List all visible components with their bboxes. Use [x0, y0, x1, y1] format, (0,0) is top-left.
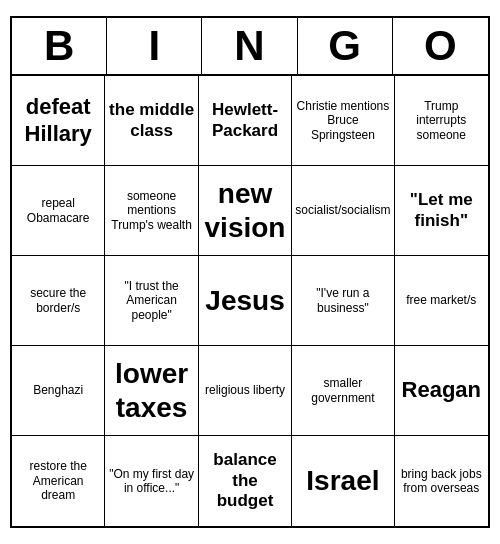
bingo-header: B I N G O: [12, 18, 488, 76]
header-b: B: [12, 18, 107, 74]
bingo-cell-22[interactable]: balance the budget: [199, 436, 292, 526]
header-n: N: [202, 18, 297, 74]
bingo-cell-19[interactable]: Reagan: [395, 346, 488, 436]
bingo-cell-13[interactable]: "I've run a business": [292, 256, 394, 346]
bingo-cell-15[interactable]: Benghazi: [12, 346, 105, 436]
bingo-cell-7[interactable]: new vision: [199, 166, 292, 256]
bingo-cell-6[interactable]: someone mentions Trump's wealth: [105, 166, 198, 256]
bingo-card: B I N G O defeat Hillarythe middle class…: [10, 16, 490, 528]
bingo-cell-10[interactable]: secure the border/s: [12, 256, 105, 346]
bingo-cell-3[interactable]: Christie mentions Bruce Springsteen: [292, 76, 394, 166]
bingo-cell-20[interactable]: restore the American dream: [12, 436, 105, 526]
header-o: O: [393, 18, 488, 74]
header-i: I: [107, 18, 202, 74]
bingo-cell-5[interactable]: repeal Obamacare: [12, 166, 105, 256]
bingo-cell-8[interactable]: socialist/socialism: [292, 166, 394, 256]
header-g: G: [298, 18, 393, 74]
bingo-cell-16[interactable]: lower taxes: [105, 346, 198, 436]
bingo-cell-21[interactable]: "On my first day in office...": [105, 436, 198, 526]
bingo-cell-18[interactable]: smaller government: [292, 346, 394, 436]
bingo-cell-2[interactable]: Hewlett-Packard: [199, 76, 292, 166]
bingo-cell-14[interactable]: free market/s: [395, 256, 488, 346]
bingo-cell-1[interactable]: the middle class: [105, 76, 198, 166]
bingo-cell-9[interactable]: "Let me finish": [395, 166, 488, 256]
bingo-cell-23[interactable]: Israel: [292, 436, 394, 526]
bingo-cell-12[interactable]: Jesus: [199, 256, 292, 346]
bingo-cell-0[interactable]: defeat Hillary: [12, 76, 105, 166]
bingo-cell-4[interactable]: Trump interrupts someone: [395, 76, 488, 166]
bingo-cell-11[interactable]: "I trust the American people": [105, 256, 198, 346]
bingo-grid: defeat Hillarythe middle classHewlett-Pa…: [12, 76, 488, 526]
bingo-cell-24[interactable]: bring back jobs from overseas: [395, 436, 488, 526]
bingo-cell-17[interactable]: religious liberty: [199, 346, 292, 436]
